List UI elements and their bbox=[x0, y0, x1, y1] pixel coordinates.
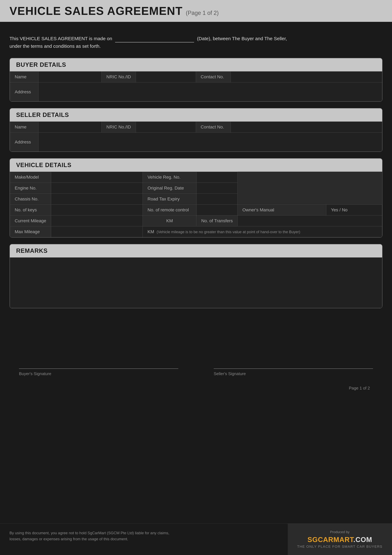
seller-address-value[interactable] bbox=[38, 132, 382, 152]
page: VEHICLE SALES AGREEMENT (Page 1 of 2) Th… bbox=[0, 0, 392, 555]
seller-signature-block: Seller's Signature bbox=[214, 368, 373, 376]
max-mileage-note: KM (Vehicle mileage is to be no greater … bbox=[143, 226, 382, 237]
produced-by-label: Produced by bbox=[330, 530, 350, 534]
page-number: Page 1 of 2 bbox=[349, 386, 370, 390]
buyer-address-row: Address bbox=[10, 82, 382, 102]
max-mileage-row: Max Mileage KM (Vehicle mileage is to be… bbox=[10, 226, 382, 237]
brand-name-orange: SGCARMART bbox=[307, 536, 353, 543]
seller-address-label: Address bbox=[10, 132, 38, 152]
footer-disclaimer: By using this document, you agree not to… bbox=[0, 524, 288, 555]
buyer-name-row: Name NRIC No./ID Contact No. bbox=[10, 72, 382, 82]
buyer-name-value[interactable] bbox=[38, 72, 102, 82]
buyer-details-section: BUYER DETAILS Name NRIC No./ID Contact N… bbox=[9, 58, 383, 102]
make-model-row: Make/Model Vehicle Reg. No. bbox=[10, 172, 382, 183]
buyer-details-table: Name NRIC No./ID Contact No. Address bbox=[10, 71, 382, 102]
no-of-remote-label: No. of remote control bbox=[143, 204, 196, 215]
engine-no-label: Engine No. bbox=[10, 183, 51, 194]
footer: By using this document, you agree not to… bbox=[0, 524, 392, 555]
dark-divider bbox=[0, 22, 392, 27]
original-reg-value[interactable] bbox=[196, 183, 238, 194]
buyer-signature-label: Buyer's Signature bbox=[19, 371, 178, 376]
max-mileage-label: Max Mileage bbox=[10, 226, 51, 237]
seller-section-header: SELLER DETAILS bbox=[10, 108, 382, 122]
buyer-nric-label: NRIC No./ID bbox=[102, 72, 136, 82]
buyer-address-label: Address bbox=[10, 82, 38, 102]
seller-details-section: SELLER DETAILS Name NRIC No./ID Contact … bbox=[9, 108, 383, 152]
seller-name-value[interactable] bbox=[38, 122, 102, 132]
vehicle-details-section: VEHICLE DETAILS Make/Model Vehicle Reg. … bbox=[9, 158, 383, 238]
buyer-signature-block: Buyer's Signature bbox=[19, 368, 178, 376]
chassis-row: Chassis No. Road Tax Expiry bbox=[10, 194, 382, 204]
header-bar: VEHICLE SALES AGREEMENT (Page 1 of 2) bbox=[0, 0, 392, 22]
footer-tagline: THE ONLY PLACE FOR SMART CAR BUYERS bbox=[297, 545, 383, 549]
intro-paragraph: This VEHICLE SALES AGREEMENT is made on … bbox=[9, 35, 383, 50]
keys-row: No. of keys No. of remote control Owner'… bbox=[10, 204, 382, 215]
footer-brand-area: Produced by SGCARMART.COM THE ONLY PLACE… bbox=[288, 524, 392, 555]
vehicle-section-header: VEHICLE DETAILS bbox=[10, 159, 382, 172]
road-tax-value[interactable] bbox=[196, 194, 238, 204]
chassis-no-value[interactable] bbox=[51, 194, 143, 204]
engine-no-value[interactable] bbox=[51, 183, 143, 194]
engine-row: Engine No. Original Reg. Date bbox=[10, 183, 382, 194]
remarks-section: REMARKS bbox=[9, 244, 383, 308]
remarks-text-area[interactable] bbox=[10, 257, 382, 308]
seller-contact-label: Contact No. bbox=[196, 122, 231, 132]
current-mileage-row: Current Mileage KM No. of Transfers bbox=[10, 215, 382, 226]
no-of-transfers-value[interactable] bbox=[238, 215, 382, 226]
buyer-contact-label: Contact No. bbox=[196, 72, 231, 82]
original-reg-label: Original Reg. Date bbox=[143, 183, 196, 194]
seller-name-row: Name NRIC No./ID Contact No. bbox=[10, 122, 382, 132]
road-tax-label: Road Tax Expiry bbox=[143, 194, 196, 204]
page-number-area: Page 1 of 2 bbox=[9, 383, 383, 394]
current-mileage-km: KM bbox=[143, 215, 196, 226]
owners-manual-yes-no[interactable]: Yes / No bbox=[326, 204, 382, 215]
intro-text-after: (Date), between The Buyer and The Seller… bbox=[197, 36, 287, 41]
seller-address-row: Address bbox=[10, 132, 382, 152]
seller-details-table: Name NRIC No./ID Contact No. Address bbox=[10, 122, 382, 152]
no-of-keys-label: No. of keys bbox=[10, 204, 51, 215]
date-field[interactable] bbox=[115, 35, 194, 42]
intro-text-before: This VEHICLE SALES AGREEMENT is made on bbox=[9, 36, 112, 41]
seller-nric-label: NRIC No./ID bbox=[102, 122, 136, 132]
signature-area: Buyer's Signature Seller's Signature bbox=[9, 359, 383, 383]
buyer-nric-value[interactable] bbox=[136, 72, 196, 82]
spacer bbox=[9, 315, 383, 346]
chassis-no-label: Chassis No. bbox=[10, 194, 51, 204]
intro-text-second: under the terms and conditions as set fo… bbox=[9, 44, 101, 49]
seller-signature-line bbox=[214, 368, 373, 369]
make-model-label: Make/Model bbox=[10, 172, 51, 183]
document-title: VEHICLE SALES AGREEMENT bbox=[9, 4, 183, 17]
buyer-contact-value[interactable] bbox=[231, 72, 382, 82]
page-indicator: (Page 1 of 2) bbox=[186, 10, 219, 16]
vehicle-reg-label: Vehicle Reg. No. bbox=[143, 172, 196, 183]
seller-name-label: Name bbox=[10, 122, 38, 132]
brand-name-white: .COM bbox=[353, 536, 372, 543]
seller-signature-label: Seller's Signature bbox=[214, 371, 373, 376]
max-mileage-value[interactable] bbox=[51, 226, 143, 237]
brand-name: SGCARMART.COM bbox=[307, 536, 372, 544]
remarks-section-header: REMARKS bbox=[10, 244, 382, 257]
main-content: This VEHICLE SALES AGREEMENT is made on … bbox=[0, 27, 392, 524]
disclaimer-text: By using this document, you agree not to… bbox=[9, 531, 169, 541]
vehicle-details-table: Make/Model Vehicle Reg. No. Engine No. O… bbox=[10, 172, 382, 237]
buyer-section-header: BUYER DETAILS bbox=[10, 58, 382, 71]
no-of-remote-value[interactable] bbox=[196, 204, 238, 215]
seller-contact-value[interactable] bbox=[231, 122, 382, 132]
buyer-name-label: Name bbox=[10, 72, 38, 82]
current-mileage-value[interactable] bbox=[51, 215, 143, 226]
no-of-transfers-label: No. of Transfers bbox=[196, 215, 238, 226]
vehicle-reg-value[interactable] bbox=[196, 172, 238, 183]
buyer-address-value[interactable] bbox=[38, 82, 382, 102]
make-model-value[interactable] bbox=[51, 172, 143, 183]
owners-manual-label: Owner's Manual bbox=[238, 204, 326, 215]
current-mileage-label: Current Mileage bbox=[10, 215, 51, 226]
seller-nric-value[interactable] bbox=[136, 122, 196, 132]
no-of-keys-value[interactable] bbox=[51, 204, 143, 215]
buyer-signature-line bbox=[19, 368, 178, 369]
